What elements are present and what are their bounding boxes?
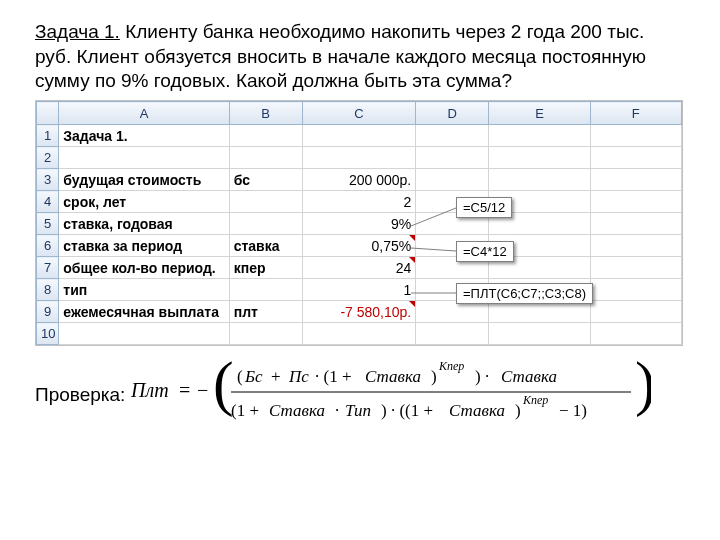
- cell[interactable]: ставка, годовая: [59, 213, 229, 235]
- cell[interactable]: [302, 147, 416, 169]
- table-row: 1 Задача 1.: [37, 125, 682, 147]
- table-row: 3 будущая стоимость бс 200 000р.: [37, 169, 682, 191]
- problem-statement: Задача 1. Клиенту банка необходимо накоп…: [35, 20, 685, 94]
- cell[interactable]: [229, 323, 302, 345]
- cell[interactable]: [590, 147, 681, 169]
- verification-row: Проверка: Плт = − ( ) ( Бс + Пс · (1 + С…: [35, 352, 685, 437]
- cell[interactable]: [590, 169, 681, 191]
- svg-text:): ): [515, 401, 521, 420]
- cell[interactable]: будущая стоимость: [59, 169, 229, 191]
- cell[interactable]: [229, 279, 302, 301]
- cell[interactable]: общее кол-во период.: [59, 257, 229, 279]
- svg-text:Плт: Плт: [131, 379, 169, 401]
- col-header[interactable]: C: [302, 102, 416, 125]
- row-header[interactable]: 3: [37, 169, 59, 191]
- svg-text:Кпер: Кпер: [438, 359, 464, 373]
- col-header[interactable]: B: [229, 102, 302, 125]
- row-header[interactable]: 8: [37, 279, 59, 301]
- svg-text:· (1 +: · (1 +: [315, 367, 352, 386]
- cell[interactable]: [489, 323, 590, 345]
- cell[interactable]: [590, 257, 681, 279]
- table-row: 6 ставка за период ставка 0,75%: [37, 235, 682, 257]
- spreadsheet: A B C D E F 1 Задача 1. 2 3 будущая стои…: [35, 100, 683, 346]
- svg-text:− 1): − 1): [559, 401, 587, 420]
- cell[interactable]: [416, 169, 489, 191]
- cell[interactable]: [489, 147, 590, 169]
- svg-text:=: =: [179, 379, 190, 401]
- row-header[interactable]: 2: [37, 147, 59, 169]
- formula-callout: =C4*12: [456, 241, 514, 262]
- cell[interactable]: [229, 147, 302, 169]
- cell[interactable]: срок, лет: [59, 191, 229, 213]
- verification-formula: Плт = − ( ) ( Бс + Пс · (1 + Ставка ) Кп…: [131, 352, 651, 437]
- cell[interactable]: 200 000р.: [302, 169, 416, 191]
- cell[interactable]: [590, 191, 681, 213]
- cell[interactable]: [302, 323, 416, 345]
- cell[interactable]: [416, 125, 489, 147]
- svg-text:Ставка: Ставка: [269, 401, 325, 420]
- check-label: Проверка:: [35, 384, 125, 406]
- cell[interactable]: 2: [302, 191, 416, 213]
- cell[interactable]: ставка за период: [59, 235, 229, 257]
- cell[interactable]: [590, 213, 681, 235]
- col-header[interactable]: E: [489, 102, 590, 125]
- cell[interactable]: ставка: [229, 235, 302, 257]
- row-header[interactable]: 7: [37, 257, 59, 279]
- table-row: 7 общее кол-во период. кпер 24: [37, 257, 682, 279]
- col-header[interactable]: D: [416, 102, 489, 125]
- formula-callout: =C5/12: [456, 197, 512, 218]
- table-row: 4 срок, лет 2: [37, 191, 682, 213]
- row-header[interactable]: 6: [37, 235, 59, 257]
- cell[interactable]: 24: [302, 257, 416, 279]
- svg-text:): ): [431, 367, 437, 386]
- cell[interactable]: [229, 191, 302, 213]
- corner-cell[interactable]: [37, 102, 59, 125]
- svg-text:) ·: ) ·: [475, 367, 489, 386]
- row-header[interactable]: 10: [37, 323, 59, 345]
- cell[interactable]: тип: [59, 279, 229, 301]
- formula-callout: =ПЛТ(C6;C7;;C3;C8): [456, 283, 593, 304]
- cell[interactable]: [302, 125, 416, 147]
- row-header[interactable]: 4: [37, 191, 59, 213]
- cell[interactable]: -7 580,10р.: [302, 301, 416, 323]
- cell[interactable]: [590, 125, 681, 147]
- cell[interactable]: [229, 213, 302, 235]
- row-header[interactable]: 9: [37, 301, 59, 323]
- task-label: Задача 1.: [35, 21, 120, 42]
- comment-indicator-icon: [409, 235, 415, 241]
- col-header[interactable]: A: [59, 102, 229, 125]
- cell[interactable]: 9%: [302, 213, 416, 235]
- svg-text:(: (: [237, 367, 243, 386]
- cell[interactable]: [590, 235, 681, 257]
- cell[interactable]: плт: [229, 301, 302, 323]
- cell[interactable]: 0,75%: [302, 235, 416, 257]
- row-header[interactable]: 1: [37, 125, 59, 147]
- svg-text:Кпер: Кпер: [522, 393, 548, 407]
- svg-text:(1 +: (1 +: [231, 401, 259, 420]
- cell[interactable]: [590, 323, 681, 345]
- cell[interactable]: [590, 301, 681, 323]
- cell[interactable]: Задача 1.: [59, 125, 229, 147]
- cell[interactable]: [590, 279, 681, 301]
- row-header[interactable]: 5: [37, 213, 59, 235]
- svg-text:Пс: Пс: [288, 367, 309, 386]
- svg-text:−: −: [197, 379, 208, 401]
- problem-text: Клиенту банка необходимо накопить через …: [35, 21, 646, 91]
- table-row: 2: [37, 147, 682, 169]
- cell[interactable]: [489, 125, 590, 147]
- cell[interactable]: [229, 125, 302, 147]
- cell[interactable]: бс: [229, 169, 302, 191]
- cell[interactable]: [416, 323, 489, 345]
- svg-text:Ставка: Ставка: [449, 401, 505, 420]
- cell[interactable]: [416, 147, 489, 169]
- cell[interactable]: ежемесячная выплата: [59, 301, 229, 323]
- cell[interactable]: кпер: [229, 257, 302, 279]
- cell[interactable]: 1: [302, 279, 416, 301]
- comment-indicator-icon: [409, 257, 415, 263]
- cell[interactable]: [489, 169, 590, 191]
- cell[interactable]: [59, 147, 229, 169]
- col-header[interactable]: F: [590, 102, 681, 125]
- svg-text:Бс: Бс: [244, 367, 263, 386]
- cell[interactable]: [59, 323, 229, 345]
- svg-text:): ): [635, 352, 651, 418]
